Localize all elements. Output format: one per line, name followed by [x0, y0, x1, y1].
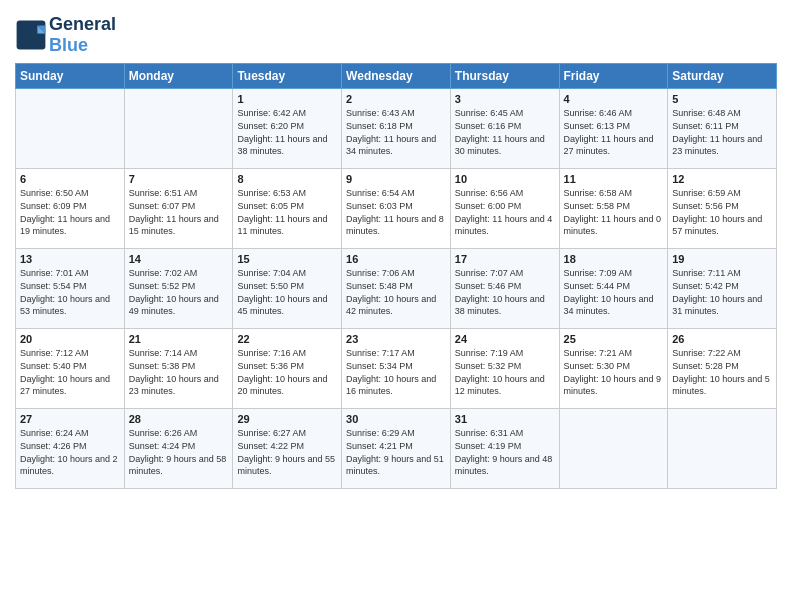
day-info: Sunrise: 6:24 AM Sunset: 4:26 PM Dayligh… — [20, 427, 120, 477]
calendar-cell: 31Sunrise: 6:31 AM Sunset: 4:19 PM Dayli… — [450, 409, 559, 489]
calendar-cell: 13Sunrise: 7:01 AM Sunset: 5:54 PM Dayli… — [16, 249, 125, 329]
calendar-cell: 27Sunrise: 6:24 AM Sunset: 4:26 PM Dayli… — [16, 409, 125, 489]
day-number: 1 — [237, 93, 337, 105]
day-number: 9 — [346, 173, 446, 185]
day-number: 25 — [564, 333, 664, 345]
day-info: Sunrise: 6:53 AM Sunset: 6:05 PM Dayligh… — [237, 187, 337, 237]
day-info: Sunrise: 7:19 AM Sunset: 5:32 PM Dayligh… — [455, 347, 555, 397]
calendar-week-row: 13Sunrise: 7:01 AM Sunset: 5:54 PM Dayli… — [16, 249, 777, 329]
calendar-cell: 21Sunrise: 7:14 AM Sunset: 5:38 PM Dayli… — [124, 329, 233, 409]
day-number: 18 — [564, 253, 664, 265]
page-container: General Blue SundayMondayTuesdayWednesda… — [0, 0, 792, 499]
calendar-cell — [668, 409, 777, 489]
day-info: Sunrise: 7:17 AM Sunset: 5:34 PM Dayligh… — [346, 347, 446, 397]
day-info: Sunrise: 6:43 AM Sunset: 6:18 PM Dayligh… — [346, 107, 446, 157]
calendar-cell: 4Sunrise: 6:46 AM Sunset: 6:13 PM Daylig… — [559, 89, 668, 169]
calendar-cell: 29Sunrise: 6:27 AM Sunset: 4:22 PM Dayli… — [233, 409, 342, 489]
day-number: 21 — [129, 333, 229, 345]
day-number: 5 — [672, 93, 772, 105]
calendar-cell: 9Sunrise: 6:54 AM Sunset: 6:03 PM Daylig… — [342, 169, 451, 249]
day-number: 29 — [237, 413, 337, 425]
logo-text: General Blue — [49, 14, 116, 55]
day-info: Sunrise: 6:50 AM Sunset: 6:09 PM Dayligh… — [20, 187, 120, 237]
day-number: 3 — [455, 93, 555, 105]
calendar-table: SundayMondayTuesdayWednesdayThursdayFrid… — [15, 63, 777, 489]
calendar-cell: 19Sunrise: 7:11 AM Sunset: 5:42 PM Dayli… — [668, 249, 777, 329]
day-info: Sunrise: 7:22 AM Sunset: 5:28 PM Dayligh… — [672, 347, 772, 397]
day-number: 31 — [455, 413, 555, 425]
day-number: 26 — [672, 333, 772, 345]
calendar-day-header: Thursday — [450, 64, 559, 89]
calendar-cell: 2Sunrise: 6:43 AM Sunset: 6:18 PM Daylig… — [342, 89, 451, 169]
day-info: Sunrise: 7:21 AM Sunset: 5:30 PM Dayligh… — [564, 347, 664, 397]
day-info: Sunrise: 7:02 AM Sunset: 5:52 PM Dayligh… — [129, 267, 229, 317]
header: General Blue — [15, 10, 777, 55]
calendar-cell: 22Sunrise: 7:16 AM Sunset: 5:36 PM Dayli… — [233, 329, 342, 409]
day-info: Sunrise: 6:31 AM Sunset: 4:19 PM Dayligh… — [455, 427, 555, 477]
day-number: 11 — [564, 173, 664, 185]
calendar-cell: 30Sunrise: 6:29 AM Sunset: 4:21 PM Dayli… — [342, 409, 451, 489]
calendar-cell: 17Sunrise: 7:07 AM Sunset: 5:46 PM Dayli… — [450, 249, 559, 329]
calendar-cell: 14Sunrise: 7:02 AM Sunset: 5:52 PM Dayli… — [124, 249, 233, 329]
calendar-cell: 15Sunrise: 7:04 AM Sunset: 5:50 PM Dayli… — [233, 249, 342, 329]
day-number: 14 — [129, 253, 229, 265]
calendar-cell: 25Sunrise: 7:21 AM Sunset: 5:30 PM Dayli… — [559, 329, 668, 409]
day-info: Sunrise: 7:06 AM Sunset: 5:48 PM Dayligh… — [346, 267, 446, 317]
calendar-cell: 1Sunrise: 6:42 AM Sunset: 6:20 PM Daylig… — [233, 89, 342, 169]
calendar-cell — [559, 409, 668, 489]
day-number: 7 — [129, 173, 229, 185]
day-number: 10 — [455, 173, 555, 185]
day-info: Sunrise: 6:27 AM Sunset: 4:22 PM Dayligh… — [237, 427, 337, 477]
day-number: 16 — [346, 253, 446, 265]
calendar-cell: 26Sunrise: 7:22 AM Sunset: 5:28 PM Dayli… — [668, 329, 777, 409]
day-info: Sunrise: 6:58 AM Sunset: 5:58 PM Dayligh… — [564, 187, 664, 237]
calendar-cell: 10Sunrise: 6:56 AM Sunset: 6:00 PM Dayli… — [450, 169, 559, 249]
day-number: 27 — [20, 413, 120, 425]
day-info: Sunrise: 6:51 AM Sunset: 6:07 PM Dayligh… — [129, 187, 229, 237]
day-number: 19 — [672, 253, 772, 265]
calendar-cell: 28Sunrise: 6:26 AM Sunset: 4:24 PM Dayli… — [124, 409, 233, 489]
calendar-day-header: Wednesday — [342, 64, 451, 89]
calendar-day-header: Sunday — [16, 64, 125, 89]
day-info: Sunrise: 7:04 AM Sunset: 5:50 PM Dayligh… — [237, 267, 337, 317]
day-number: 28 — [129, 413, 229, 425]
calendar-cell: 18Sunrise: 7:09 AM Sunset: 5:44 PM Dayli… — [559, 249, 668, 329]
day-info: Sunrise: 7:12 AM Sunset: 5:40 PM Dayligh… — [20, 347, 120, 397]
calendar-cell: 20Sunrise: 7:12 AM Sunset: 5:40 PM Dayli… — [16, 329, 125, 409]
day-number: 23 — [346, 333, 446, 345]
calendar-cell: 24Sunrise: 7:19 AM Sunset: 5:32 PM Dayli… — [450, 329, 559, 409]
calendar-header-row: SundayMondayTuesdayWednesdayThursdayFrid… — [16, 64, 777, 89]
day-info: Sunrise: 6:29 AM Sunset: 4:21 PM Dayligh… — [346, 427, 446, 477]
calendar-cell: 11Sunrise: 6:58 AM Sunset: 5:58 PM Dayli… — [559, 169, 668, 249]
day-info: Sunrise: 6:56 AM Sunset: 6:00 PM Dayligh… — [455, 187, 555, 237]
day-info: Sunrise: 6:26 AM Sunset: 4:24 PM Dayligh… — [129, 427, 229, 477]
logo: General Blue — [15, 14, 116, 55]
day-number: 12 — [672, 173, 772, 185]
day-info: Sunrise: 7:11 AM Sunset: 5:42 PM Dayligh… — [672, 267, 772, 317]
calendar-cell: 16Sunrise: 7:06 AM Sunset: 5:48 PM Dayli… — [342, 249, 451, 329]
day-info: Sunrise: 7:01 AM Sunset: 5:54 PM Dayligh… — [20, 267, 120, 317]
calendar-cell: 5Sunrise: 6:48 AM Sunset: 6:11 PM Daylig… — [668, 89, 777, 169]
day-number: 30 — [346, 413, 446, 425]
day-number: 8 — [237, 173, 337, 185]
calendar-cell: 7Sunrise: 6:51 AM Sunset: 6:07 PM Daylig… — [124, 169, 233, 249]
day-info: Sunrise: 6:54 AM Sunset: 6:03 PM Dayligh… — [346, 187, 446, 237]
calendar-week-row: 27Sunrise: 6:24 AM Sunset: 4:26 PM Dayli… — [16, 409, 777, 489]
calendar-cell — [16, 89, 125, 169]
day-info: Sunrise: 6:42 AM Sunset: 6:20 PM Dayligh… — [237, 107, 337, 157]
calendar-cell: 12Sunrise: 6:59 AM Sunset: 5:56 PM Dayli… — [668, 169, 777, 249]
day-number: 6 — [20, 173, 120, 185]
day-number: 24 — [455, 333, 555, 345]
calendar-cell: 6Sunrise: 6:50 AM Sunset: 6:09 PM Daylig… — [16, 169, 125, 249]
day-info: Sunrise: 7:09 AM Sunset: 5:44 PM Dayligh… — [564, 267, 664, 317]
day-info: Sunrise: 7:14 AM Sunset: 5:38 PM Dayligh… — [129, 347, 229, 397]
calendar-week-row: 20Sunrise: 7:12 AM Sunset: 5:40 PM Dayli… — [16, 329, 777, 409]
day-info: Sunrise: 6:59 AM Sunset: 5:56 PM Dayligh… — [672, 187, 772, 237]
day-info: Sunrise: 6:48 AM Sunset: 6:11 PM Dayligh… — [672, 107, 772, 157]
day-info: Sunrise: 6:46 AM Sunset: 6:13 PM Dayligh… — [564, 107, 664, 157]
calendar-day-header: Saturday — [668, 64, 777, 89]
day-number: 15 — [237, 253, 337, 265]
day-number: 17 — [455, 253, 555, 265]
calendar-cell: 3Sunrise: 6:45 AM Sunset: 6:16 PM Daylig… — [450, 89, 559, 169]
calendar-day-header: Friday — [559, 64, 668, 89]
